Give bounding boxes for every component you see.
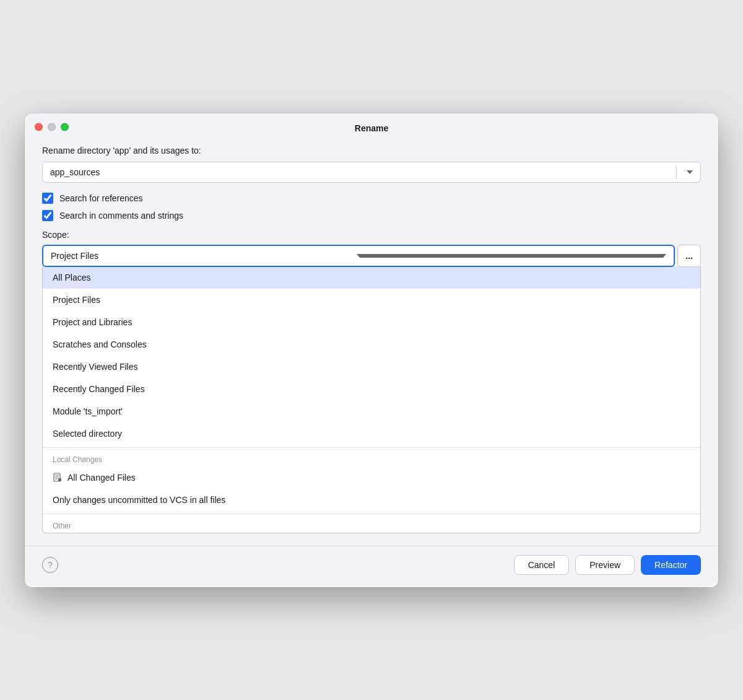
- search-references-checkbox[interactable]: [42, 193, 53, 204]
- help-icon: ?: [48, 560, 53, 570]
- scope-dropdown-list: All Places Project Files Project and Lib…: [42, 266, 701, 533]
- dropdown-item-all-places[interactable]: All Places: [43, 266, 700, 289]
- refactor-button[interactable]: Refactor: [641, 555, 701, 575]
- dialog-title: Rename: [355, 123, 388, 133]
- dropdown-item-recently-viewed-files[interactable]: Recently Viewed Files: [43, 356, 700, 378]
- scope-selected-value: Project Files: [51, 251, 354, 261]
- prompt-text: Rename directory 'app' and its usages to…: [42, 146, 701, 155]
- scope-dropdown[interactable]: Project Files: [42, 245, 675, 267]
- traffic-lights: [35, 123, 69, 131]
- dropdown-item-scratches-and-consoles[interactable]: Scratches and Consoles: [43, 333, 700, 356]
- cancel-button[interactable]: Cancel: [514, 555, 570, 575]
- dropdown-item-project-files[interactable]: Project Files: [43, 289, 700, 311]
- name-input[interactable]: [43, 162, 676, 182]
- search-references-row: Search for references: [42, 193, 701, 204]
- dialog-body: Rename directory 'app' and its usages to…: [25, 141, 718, 546]
- scope-chevron-down-icon: [357, 254, 666, 258]
- all-changed-files-label: All Changed Files: [67, 473, 136, 483]
- dialog-footer: ? Cancel Preview Refactor: [25, 546, 718, 587]
- divider-2: [43, 514, 700, 514]
- divider-1: [43, 447, 700, 448]
- search-comments-label[interactable]: Search in comments and strings: [59, 211, 183, 221]
- chevron-down-icon: [687, 170, 693, 174]
- dropdown-item-selected-directory[interactable]: Selected directory: [43, 422, 700, 445]
- name-input-row: [42, 162, 701, 183]
- rename-dialog: Rename Rename directory 'app' and its us…: [25, 113, 718, 587]
- minimize-button[interactable]: [48, 123, 56, 131]
- help-button[interactable]: ?: [42, 557, 58, 573]
- maximize-button[interactable]: [61, 123, 69, 131]
- search-references-label[interactable]: Search for references: [59, 193, 143, 203]
- dropdown-item-all-changed-files[interactable]: All Changed Files: [43, 466, 700, 489]
- title-bar: Rename: [25, 113, 718, 141]
- close-button[interactable]: [35, 123, 43, 131]
- dropdown-item-recently-changed-files[interactable]: Recently Changed Files: [43, 378, 700, 400]
- section-header-local-changes: Local Changes: [43, 450, 700, 466]
- name-dropdown-arrow[interactable]: [676, 165, 700, 179]
- scope-label: Scope:: [42, 230, 701, 240]
- svg-rect-4: [58, 478, 61, 481]
- preview-button[interactable]: Preview: [575, 555, 635, 575]
- section-header-other: Other: [43, 517, 700, 533]
- scope-select-row: Project Files ...: [42, 245, 701, 267]
- dropdown-item-only-changes-uncommitted[interactable]: Only changes uncommitted to VCS in all f…: [43, 489, 700, 511]
- footer-buttons: Cancel Preview Refactor: [514, 555, 701, 575]
- search-comments-row: Search in comments and strings: [42, 210, 701, 221]
- search-comments-checkbox[interactable]: [42, 210, 53, 221]
- dropdown-item-module-ts-import[interactable]: Module 'ts_import': [43, 400, 700, 422]
- dropdown-item-project-and-libraries[interactable]: Project and Libraries: [43, 311, 700, 333]
- file-changes-icon: [53, 473, 63, 483]
- scope-ellipsis-button[interactable]: ...: [677, 245, 701, 267]
